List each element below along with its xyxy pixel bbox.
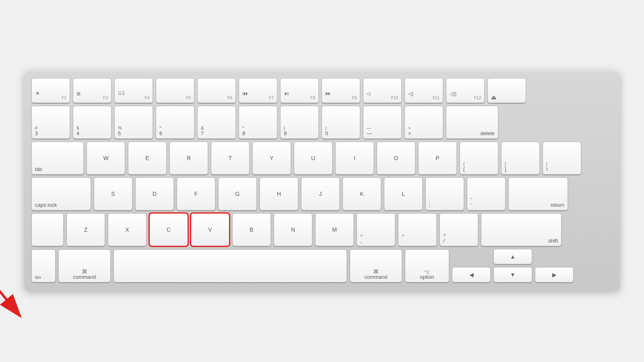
key-p[interactable]: P: [418, 142, 457, 175]
key-f2[interactable]: ☀ F2: [31, 78, 70, 103]
key-d[interactable]: D: [135, 177, 174, 210]
arrow-top-row: ▲: [452, 249, 574, 264]
key-f7[interactable]: ⏮ F7: [239, 78, 277, 103]
arrow-right-icon: ▶: [552, 272, 557, 278]
key-f8[interactable]: ⏯ F8: [280, 78, 319, 103]
key-j[interactable]: J: [301, 177, 340, 210]
key-7[interactable]: & 7: [197, 106, 236, 139]
f10-icon: ◁: [367, 91, 370, 96]
keyboard: ☀ F2 ⊞ F3 ⠿⠿ F4 F5 F6 ⏮ F7 ⏯: [24, 71, 620, 291]
key-slash[interactable]: ? /: [440, 213, 478, 246]
key-option[interactable]: ⌥ option: [405, 249, 449, 282]
key-arrow-right[interactable]: ▶: [535, 267, 574, 282]
key-rshift[interactable]: shift: [481, 213, 561, 246]
key-f9[interactable]: ⏭ F9: [322, 78, 360, 103]
key-f11[interactable]: ◁) F11: [405, 78, 443, 103]
f4-icon: ⠿⠿: [118, 91, 125, 96]
key-minus[interactable]: — —: [363, 106, 402, 139]
arrow-bottom-row: ◀ ▼ ▶: [452, 267, 574, 282]
key-return[interactable]: return: [508, 177, 568, 210]
key-s[interactable]: S: [94, 177, 132, 210]
key-space[interactable]: [114, 249, 347, 282]
f9-icon: ⏭: [325, 90, 331, 96]
eject-icon: ⏏: [491, 95, 496, 100]
key-z[interactable]: Z: [66, 213, 105, 246]
key-lshift[interactable]: [31, 213, 64, 246]
key-b[interactable]: B: [232, 213, 271, 246]
bottom-row: ion ⌘ command ⌘ command ⌥ option: [31, 249, 613, 282]
key-caps-lock[interactable]: caps lock: [31, 177, 91, 210]
key-rcommand[interactable]: ⌘ command: [350, 249, 402, 282]
key-3[interactable]: # 3: [31, 106, 70, 139]
f8-icon: ⏯: [284, 90, 289, 96]
key-arrow-up[interactable]: ▲: [493, 249, 532, 264]
key-lcommand[interactable]: ⌘ command: [58, 249, 111, 282]
key-l[interactable]: L: [384, 177, 423, 210]
f11-icon: ◁): [408, 91, 413, 96]
key-g[interactable]: G: [218, 177, 257, 210]
key-fn[interactable]: ion: [31, 249, 56, 282]
arrow-up-icon: ▲: [510, 253, 516, 260]
arrow-down-icon: ▼: [510, 272, 516, 278]
rcommand-icon: ⌘: [373, 269, 379, 274]
key-f3[interactable]: ⊞ F3: [73, 78, 111, 103]
key-f10[interactable]: ◁ F10: [363, 78, 402, 103]
qwerty-row: tab W E R T Y U I O: [31, 142, 613, 175]
key-delete[interactable]: delete: [446, 106, 498, 139]
asdf-row: caps lock S D F G H J K: [31, 177, 613, 210]
key-9[interactable]: ( 9: [280, 106, 319, 139]
keyboard-wrapper: ☀ F2 ⊞ F3 ⠿⠿ F4 F5 F6 ⏮ F7 ⏯: [24, 71, 620, 291]
key-f6[interactable]: F6: [197, 78, 236, 103]
f7-icon: ⏮: [242, 90, 248, 96]
key-arrow-down[interactable]: ▼: [493, 267, 532, 282]
key-8[interactable]: * 8: [239, 106, 277, 139]
zxcv-row: Z X C V B N M < ,: [31, 213, 613, 246]
key-k[interactable]: K: [343, 177, 381, 210]
key-i[interactable]: I: [335, 142, 374, 175]
key-m[interactable]: M: [315, 213, 354, 246]
key-semicolon[interactable]: : ;: [425, 177, 464, 210]
key-f12[interactable]: ◁)) F12: [446, 78, 485, 103]
key-h[interactable]: H: [260, 177, 298, 210]
key-4[interactable]: $ 4: [73, 106, 111, 139]
key-eject[interactable]: ⏏: [487, 78, 526, 103]
f2-icon: ☀: [35, 90, 40, 96]
key-x[interactable]: X: [108, 213, 147, 246]
key-e[interactable]: E: [128, 142, 167, 175]
key-bracket-close[interactable]: } ]: [501, 142, 540, 175]
key-backslash[interactable]: | \: [543, 142, 581, 175]
key-equal[interactable]: + =: [405, 106, 443, 139]
key-o[interactable]: O: [377, 142, 415, 175]
svg-line-1: [0, 272, 20, 316]
fn-row: ☀ F2 ⊞ F3 ⠿⠿ F4 F5 F6 ⏮ F7 ⏯: [31, 78, 613, 103]
key-r[interactable]: R: [169, 142, 208, 175]
key-t[interactable]: T: [211, 142, 250, 175]
key-5[interactable]: % 5: [114, 106, 153, 139]
key-bracket-open[interactable]: { [: [460, 142, 498, 175]
f3-icon: ⊞: [76, 91, 80, 96]
arrow-cluster: ▲ ◀ ▼ ▶: [452, 249, 574, 282]
key-6[interactable]: ^ 6: [156, 106, 194, 139]
key-period[interactable]: > .: [398, 213, 437, 246]
key-0[interactable]: ) 0: [322, 106, 360, 139]
key-tab[interactable]: tab: [31, 142, 84, 175]
key-u[interactable]: U: [294, 142, 332, 175]
key-comma[interactable]: < ,: [357, 213, 395, 246]
number-row: # 3 $ 4 % 5 ^ 6 & 7 * 8: [31, 106, 613, 139]
key-v[interactable]: V: [191, 213, 229, 246]
key-w[interactable]: W: [87, 142, 125, 175]
key-f4[interactable]: ⠿⠿ F4: [114, 78, 153, 103]
key-n[interactable]: N: [274, 213, 312, 246]
lcommand-icon: ⌘: [82, 269, 87, 274]
f12-icon: ◁)): [450, 91, 456, 96]
key-f[interactable]: F: [177, 177, 215, 210]
key-f5[interactable]: F5: [156, 78, 194, 103]
key-y[interactable]: Y: [252, 142, 291, 175]
key-quote[interactable]: " ': [467, 177, 506, 210]
key-c[interactable]: C: [149, 213, 188, 246]
arrow-left-icon: ◀: [469, 272, 474, 278]
key-arrow-left[interactable]: ◀: [452, 267, 491, 282]
